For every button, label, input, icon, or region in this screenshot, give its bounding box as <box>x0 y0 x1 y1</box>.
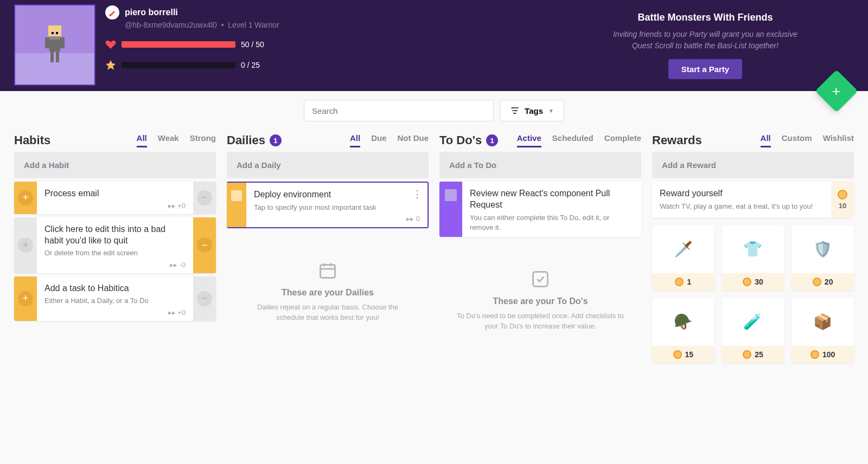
calendar-icon <box>318 261 337 280</box>
svg-point-12 <box>515 110 517 112</box>
daily-title: Deploy environment <box>254 189 420 201</box>
user-subtitle: @hb-8xme9dvamu2uwx4l0 • Level 1 Warrior <box>125 21 279 29</box>
shop-price: 100 <box>792 346 854 363</box>
class-icon <box>105 5 119 20</box>
habit-streak: ▸▸ +0 <box>44 202 186 210</box>
filter-icon <box>510 106 519 115</box>
todo-card[interactable]: Review new React's component Pull Reques… <box>439 182 641 237</box>
habit-streak: ▸▸ +0 <box>44 308 186 317</box>
coin-icon <box>838 190 847 199</box>
tab-habits-all[interactable]: All <box>137 133 147 147</box>
daily-streak: ▸▸ 0 <box>254 215 420 223</box>
armor-icon: 👕 <box>722 225 784 273</box>
todo-checkbox[interactable] <box>439 182 462 237</box>
avatar-frame[interactable] <box>14 4 95 86</box>
tab-rewards-wishlist[interactable]: Wishlist <box>823 133 854 147</box>
start-party-button[interactable]: Start a Party <box>668 59 742 79</box>
habit-minus-button[interactable]: − <box>193 276 216 321</box>
exp-text: 0 / 25 <box>241 61 260 69</box>
reward-cost-button[interactable]: 10 <box>831 182 854 218</box>
svg-rect-3 <box>56 32 58 34</box>
tab-dailies-all[interactable]: All <box>350 133 360 147</box>
reward-title: Reward yourself <box>660 188 824 199</box>
svg-rect-14 <box>321 265 335 278</box>
shop-item-shield[interactable]: 🛡️20 <box>792 225 854 291</box>
checkbox-icon <box>531 269 550 289</box>
shop-item-sword[interactable]: 🗡️1 <box>652 225 714 291</box>
habit-sub: Either a Habit, a Daily, or a To Do <box>44 296 186 306</box>
tab-dailies-due[interactable]: Due <box>371 133 386 147</box>
health-row: 50 / 50 <box>105 39 279 50</box>
svg-rect-18 <box>533 272 548 286</box>
promo-panel: Battle Monsters With Friends Inviting fr… <box>542 0 868 79</box>
habit-card[interactable]: +Click here to edit this into a bad habi… <box>14 217 216 273</box>
promo-text1: Inviting friends to your Party will gran… <box>542 29 868 40</box>
username[interactable]: piero borrelli <box>125 8 178 17</box>
potion-icon: 🧪 <box>722 298 784 346</box>
shield-icon: 🛡️ <box>792 225 854 273</box>
shop-item-potion[interactable]: 🧪25 <box>722 298 784 363</box>
daily-sub: Tap to specify your most important task <box>254 203 420 212</box>
habit-plus-button[interactable]: + <box>14 276 37 321</box>
promo-text2: Quest Scroll to battle the Basi-List tog… <box>542 40 868 51</box>
coin-icon <box>675 278 684 286</box>
add-reward-input[interactable]: Add a Reward <box>652 152 854 178</box>
tab-todos-active[interactable]: Active <box>517 133 541 147</box>
svg-rect-8 <box>50 51 54 62</box>
search-input[interactable] <box>304 100 494 121</box>
svg-rect-7 <box>60 37 65 48</box>
coin-icon <box>743 350 751 359</box>
reward-sub: Watch TV, play a game, eat a treat, it's… <box>660 202 824 211</box>
shop-price: 1 <box>652 273 714 291</box>
svg-point-13 <box>514 113 515 114</box>
habit-plus-button[interactable]: + <box>14 182 37 214</box>
chest-icon: 📦 <box>792 298 854 346</box>
svg-rect-5 <box>49 36 60 40</box>
tab-rewards-all[interactable]: All <box>761 133 771 147</box>
user-info: piero borrelli @hb-8xme9dvamu2uwx4l0 • L… <box>105 0 279 91</box>
daily-card[interactable]: ⋮ Deploy environment Tap to specify your… <box>227 182 429 228</box>
shop-item-chest[interactable]: 📦100 <box>792 298 854 363</box>
shop-price: 15 <box>652 346 714 363</box>
tab-habits-strong[interactable]: Strong <box>190 133 216 147</box>
todo-sub: You can either complete this To Do, edit… <box>470 213 634 233</box>
coin-icon <box>743 278 751 286</box>
plus-icon: + <box>832 83 840 100</box>
tab-rewards-custom[interactable]: Custom <box>782 133 812 147</box>
add-daily-input[interactable]: Add a Daily <box>227 152 429 178</box>
shop-item-helmet[interactable]: 🪖15 <box>652 298 714 363</box>
reward-card[interactable]: Reward yourself Watch TV, play a game, e… <box>652 182 854 218</box>
app-header: piero borrelli @hb-8xme9dvamu2uwx4l0 • L… <box>0 0 868 91</box>
todos-column: To Do's1 Active Scheduled Complete Add a… <box>439 130 641 363</box>
habit-sub: Or delete from the edit screen <box>44 248 186 258</box>
habit-minus-button[interactable]: − <box>193 182 216 214</box>
daily-checkbox[interactable] <box>227 183 246 227</box>
tab-todos-scheduled[interactable]: Scheduled <box>552 133 593 147</box>
svg-rect-9 <box>56 51 59 62</box>
health-text: 50 / 50 <box>241 40 264 49</box>
tags-button[interactable]: Tags ▼ <box>500 100 564 121</box>
habit-title: Process email <box>44 188 186 199</box>
dailies-empty: These are your Dailies Dailies repeat on… <box>227 228 429 323</box>
habit-minus-button[interactable]: − <box>193 217 216 273</box>
add-todo-input[interactable]: Add a To Do <box>439 152 641 178</box>
tab-habits-weak[interactable]: Weak <box>158 133 179 147</box>
star-icon <box>105 60 116 70</box>
coin-icon <box>673 350 682 359</box>
add-habit-input[interactable]: Add a Habit <box>14 152 216 178</box>
habit-card[interactable]: +Process email▸▸ +0− <box>14 182 216 214</box>
habit-streak: ▸▸ -0 <box>44 261 186 269</box>
habit-card[interactable]: +Add a task to HabiticaEither a Habit, a… <box>14 276 216 321</box>
pixel-avatar <box>41 23 69 67</box>
sword-icon: 🗡️ <box>652 225 714 273</box>
kebab-icon[interactable]: ⋮ <box>412 188 422 200</box>
habits-column: Habits All Weak Strong Add a Habit +Proc… <box>14 130 216 363</box>
dailies-title: Dailies <box>227 133 265 147</box>
tab-dailies-notdue[interactable]: Not Due <box>398 133 429 147</box>
shop-item-armor[interactable]: 👕30 <box>722 225 784 291</box>
toolbar: Tags ▼ <box>0 91 868 130</box>
tab-todos-complete[interactable]: Complete <box>604 133 641 147</box>
svg-rect-6 <box>45 37 49 48</box>
habit-plus-button[interactable]: + <box>14 217 37 273</box>
dailies-column: Dailies1 All Due Not Due Add a Daily ⋮ D… <box>227 130 429 363</box>
